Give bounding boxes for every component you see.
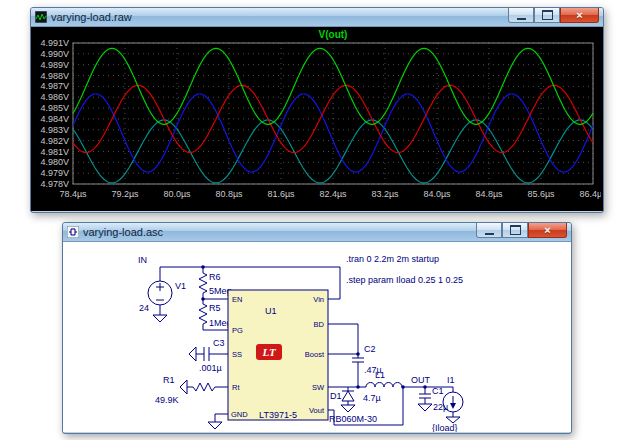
x-axis-tick-label: 80.8µs	[215, 189, 243, 199]
pin-vin: Vin	[313, 295, 324, 304]
y-axis-tick-label: 4.980V	[40, 157, 69, 167]
minimize-icon	[485, 225, 494, 235]
close-icon: ×	[576, 9, 582, 22]
ground-icon[interactable]	[208, 422, 222, 429]
pin-boost: Boost	[305, 350, 325, 359]
lt-logo-text: LT	[261, 346, 277, 358]
window-controls: ×	[508, 8, 599, 23]
d1-value: RB060M-30	[329, 414, 377, 424]
c1-ref: C1	[432, 386, 444, 396]
net-label-out[interactable]: OUT	[411, 375, 431, 385]
plot-window: varying-load.raw × 4.991V4.990V4.989V4.9…	[30, 7, 604, 213]
waveform-plot[interactable]: 4.991V4.990V4.989V4.988V4.987V4.986V4.98…	[31, 27, 601, 211]
u1-value: LT3971-5	[259, 410, 297, 420]
y-axis-tick-label: 4.981V	[40, 147, 69, 157]
directive-tran[interactable]: .tran 0 2.2m 2m startup	[346, 254, 439, 264]
pin-en: EN	[232, 295, 242, 304]
x-axis-tick-label: 80.0µs	[163, 189, 191, 199]
c1-value: 22µ	[433, 402, 448, 412]
r1-ref: R1	[163, 375, 175, 385]
y-axis-tick-label: 4.986V	[40, 92, 69, 102]
schematic-pane[interactable]: IN OUT .tran 0 2.2m 2m startup .step par…	[63, 242, 571, 432]
pin-gnd: GND	[231, 410, 248, 419]
pin-rt: Rt	[232, 383, 240, 392]
schematic-canvas[interactable]: IN OUT .tran 0 2.2m 2m startup .step par…	[63, 242, 569, 432]
y-axis-tick-label: 4.990V	[40, 49, 69, 59]
d1-ref: D1	[330, 391, 342, 401]
y-axis-tick-label: 4.978V	[40, 179, 69, 189]
component-r1-resistor[interactable]: R1 49.9K	[155, 375, 215, 405]
pin-sw: SW	[312, 383, 325, 392]
y-axis-tick-label: 4.988V	[40, 71, 69, 81]
x-axis-tick-label: 85.6µs	[527, 189, 555, 199]
x-axis-tick-label: 81.6µs	[267, 189, 295, 199]
y-axis-tick-label: 4.982V	[40, 136, 69, 146]
window-controls: ×	[476, 223, 567, 238]
maximize-button[interactable]	[534, 8, 560, 23]
component-r5-resistor[interactable]: R5 1Meg	[199, 299, 232, 330]
pin-bd: BD	[314, 320, 325, 329]
schematic-window-titlebar[interactable]: varying-load.asc ×	[63, 223, 571, 242]
x-axis-tick-label: 84.8µs	[475, 189, 503, 199]
close-button[interactable]: ×	[528, 223, 567, 238]
ground-icon	[189, 347, 196, 361]
maximize-icon	[510, 225, 521, 235]
component-r6-resistor[interactable]: R6 5Meg	[199, 267, 232, 299]
ground-icon	[180, 380, 187, 394]
close-icon: ×	[544, 224, 550, 237]
pin-vout: Vout	[309, 406, 325, 415]
u1-ref: U1	[265, 306, 277, 316]
c3-ref: C3	[213, 338, 225, 348]
y-axis-tick-label: 4.984V	[40, 114, 69, 124]
component-c2-capacitor[interactable]: C2 .47µ	[352, 344, 382, 387]
close-button[interactable]: ×	[560, 8, 599, 23]
trace-label-vout[interactable]: V(out)	[319, 29, 348, 40]
pin-ss: SS	[232, 350, 242, 359]
directive-step[interactable]: .step param Iload 0.25 1 0.25	[346, 275, 463, 285]
i1-ref: I1	[447, 375, 455, 385]
y-axis-tick-label: 4.985V	[40, 103, 69, 113]
ltspice-schematic-icon	[67, 226, 79, 238]
schematic-window: varying-load.asc ×	[62, 222, 572, 434]
v1-ref: V1	[175, 281, 186, 291]
component-c3-capacitor[interactable]: C3 .001µ	[189, 338, 225, 373]
y-axis-tick-label: 4.983V	[40, 125, 69, 135]
x-axis-tick-label: 86.4µs	[579, 189, 601, 199]
ground-icon	[153, 315, 167, 322]
v1-value: 24	[139, 303, 149, 313]
i1-value: {Iload}	[432, 423, 458, 432]
x-axis-tick-label: 83.2µs	[371, 189, 399, 199]
ground-icon	[341, 405, 355, 412]
l1-value: 4.7µ	[363, 393, 381, 403]
minimize-button[interactable]	[476, 223, 502, 238]
c3-value: .001µ	[199, 363, 222, 373]
net-label-in[interactable]: IN	[138, 255, 147, 265]
window-title: varying-load.asc	[83, 226, 476, 238]
pin-pg: PG	[232, 326, 243, 335]
x-axis-tick-label: 78.4µs	[59, 189, 87, 199]
component-v1-voltage-source[interactable]: V1 24	[139, 281, 186, 322]
x-axis-tick-label: 79.2µs	[111, 189, 139, 199]
l1-ref: L1	[375, 370, 385, 380]
x-axis-tick-label: 82.4µs	[319, 189, 347, 199]
y-axis-tick-label: 4.989V	[40, 60, 69, 70]
x-axis-tick-label: 84.0µs	[423, 189, 451, 199]
y-axis-tick-label: 4.979V	[40, 168, 69, 178]
window-title: varying-load.raw	[51, 11, 508, 23]
ltspice-waveform-icon	[35, 11, 47, 23]
component-u1-lt3971[interactable]: EN PG SS Rt GND Vin BD Boost SW Vout U1 …	[228, 290, 328, 420]
c2-ref: C2	[364, 344, 376, 354]
r1-value: 49.9K	[155, 395, 179, 405]
waveform-pane[interactable]: 4.991V4.990V4.989V4.988V4.987V4.986V4.98…	[31, 27, 603, 211]
plot-window-titlebar[interactable]: varying-load.raw ×	[31, 8, 603, 27]
r6-ref: R6	[209, 272, 221, 282]
arrow-down-icon	[450, 403, 456, 409]
ground-icon	[418, 404, 432, 411]
r5-ref: R5	[209, 303, 221, 313]
y-axis-tick-label: 4.991V	[40, 38, 69, 48]
maximize-button[interactable]	[502, 223, 528, 238]
minimize-icon	[517, 10, 526, 20]
minimize-button[interactable]	[508, 8, 534, 23]
maximize-icon	[542, 10, 553, 20]
y-axis-tick-label: 4.987V	[40, 81, 69, 91]
